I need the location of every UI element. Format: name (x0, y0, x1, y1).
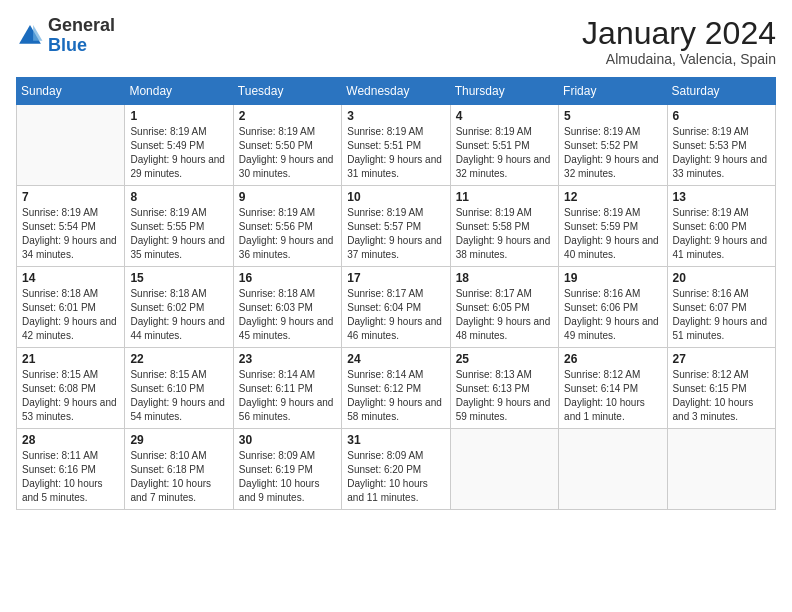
day-info: Sunrise: 8:19 AMSunset: 5:53 PMDaylight:… (673, 125, 770, 181)
day-info: Sunrise: 8:12 AMSunset: 6:15 PMDaylight:… (673, 368, 770, 424)
calendar-week-3: 14Sunrise: 8:18 AMSunset: 6:01 PMDayligh… (17, 267, 776, 348)
day-info: Sunrise: 8:19 AMSunset: 5:59 PMDaylight:… (564, 206, 661, 262)
calendar-cell: 19Sunrise: 8:16 AMSunset: 6:06 PMDayligh… (559, 267, 667, 348)
day-info: Sunrise: 8:19 AMSunset: 5:51 PMDaylight:… (347, 125, 444, 181)
calendar-cell (559, 429, 667, 510)
day-info: Sunrise: 8:19 AMSunset: 5:49 PMDaylight:… (130, 125, 227, 181)
day-number: 3 (347, 109, 444, 123)
header-sunday: Sunday (17, 78, 125, 105)
calendar-cell: 28Sunrise: 8:11 AMSunset: 6:16 PMDayligh… (17, 429, 125, 510)
header-monday: Monday (125, 78, 233, 105)
day-info: Sunrise: 8:19 AMSunset: 5:51 PMDaylight:… (456, 125, 553, 181)
day-number: 27 (673, 352, 770, 366)
day-number: 31 (347, 433, 444, 447)
calendar-cell: 12Sunrise: 8:19 AMSunset: 5:59 PMDayligh… (559, 186, 667, 267)
page-header: General Blue January 2024 Almudaina, Val… (16, 16, 776, 67)
day-number: 9 (239, 190, 336, 204)
day-info: Sunrise: 8:19 AMSunset: 5:58 PMDaylight:… (456, 206, 553, 262)
day-info: Sunrise: 8:19 AMSunset: 5:56 PMDaylight:… (239, 206, 336, 262)
day-info: Sunrise: 8:19 AMSunset: 5:54 PMDaylight:… (22, 206, 119, 262)
header-friday: Friday (559, 78, 667, 105)
logo-general: General (48, 15, 115, 35)
calendar-cell: 21Sunrise: 8:15 AMSunset: 6:08 PMDayligh… (17, 348, 125, 429)
day-info: Sunrise: 8:19 AMSunset: 5:55 PMDaylight:… (130, 206, 227, 262)
day-number: 24 (347, 352, 444, 366)
day-number: 19 (564, 271, 661, 285)
day-info: Sunrise: 8:17 AMSunset: 6:04 PMDaylight:… (347, 287, 444, 343)
day-info: Sunrise: 8:18 AMSunset: 6:02 PMDaylight:… (130, 287, 227, 343)
day-info: Sunrise: 8:19 AMSunset: 5:57 PMDaylight:… (347, 206, 444, 262)
day-info: Sunrise: 8:16 AMSunset: 6:07 PMDaylight:… (673, 287, 770, 343)
calendar-header-row: SundayMondayTuesdayWednesdayThursdayFrid… (17, 78, 776, 105)
day-info: Sunrise: 8:09 AMSunset: 6:19 PMDaylight:… (239, 449, 336, 505)
logo-text: General Blue (48, 16, 115, 56)
day-info: Sunrise: 8:16 AMSunset: 6:06 PMDaylight:… (564, 287, 661, 343)
calendar-cell: 22Sunrise: 8:15 AMSunset: 6:10 PMDayligh… (125, 348, 233, 429)
title-block: January 2024 Almudaina, Valencia, Spain (582, 16, 776, 67)
day-info: Sunrise: 8:09 AMSunset: 6:20 PMDaylight:… (347, 449, 444, 505)
day-info: Sunrise: 8:17 AMSunset: 6:05 PMDaylight:… (456, 287, 553, 343)
calendar-cell: 30Sunrise: 8:09 AMSunset: 6:19 PMDayligh… (233, 429, 341, 510)
calendar-cell: 29Sunrise: 8:10 AMSunset: 6:18 PMDayligh… (125, 429, 233, 510)
day-info: Sunrise: 8:19 AMSunset: 5:52 PMDaylight:… (564, 125, 661, 181)
day-number: 14 (22, 271, 119, 285)
day-info: Sunrise: 8:12 AMSunset: 6:14 PMDaylight:… (564, 368, 661, 424)
calendar-cell: 10Sunrise: 8:19 AMSunset: 5:57 PMDayligh… (342, 186, 450, 267)
day-number: 13 (673, 190, 770, 204)
calendar-week-1: 1Sunrise: 8:19 AMSunset: 5:49 PMDaylight… (17, 105, 776, 186)
calendar-cell: 31Sunrise: 8:09 AMSunset: 6:20 PMDayligh… (342, 429, 450, 510)
header-saturday: Saturday (667, 78, 775, 105)
calendar-cell: 23Sunrise: 8:14 AMSunset: 6:11 PMDayligh… (233, 348, 341, 429)
day-number: 10 (347, 190, 444, 204)
calendar-cell (450, 429, 558, 510)
day-info: Sunrise: 8:19 AMSunset: 6:00 PMDaylight:… (673, 206, 770, 262)
calendar-cell: 14Sunrise: 8:18 AMSunset: 6:01 PMDayligh… (17, 267, 125, 348)
calendar-cell: 7Sunrise: 8:19 AMSunset: 5:54 PMDaylight… (17, 186, 125, 267)
calendar-cell: 13Sunrise: 8:19 AMSunset: 6:00 PMDayligh… (667, 186, 775, 267)
calendar-cell: 24Sunrise: 8:14 AMSunset: 6:12 PMDayligh… (342, 348, 450, 429)
calendar-week-4: 21Sunrise: 8:15 AMSunset: 6:08 PMDayligh… (17, 348, 776, 429)
day-number: 16 (239, 271, 336, 285)
location-subtitle: Almudaina, Valencia, Spain (582, 51, 776, 67)
calendar-week-5: 28Sunrise: 8:11 AMSunset: 6:16 PMDayligh… (17, 429, 776, 510)
calendar-cell: 6Sunrise: 8:19 AMSunset: 5:53 PMDaylight… (667, 105, 775, 186)
header-wednesday: Wednesday (342, 78, 450, 105)
day-number: 28 (22, 433, 119, 447)
calendar-cell: 2Sunrise: 8:19 AMSunset: 5:50 PMDaylight… (233, 105, 341, 186)
calendar-table: SundayMondayTuesdayWednesdayThursdayFrid… (16, 77, 776, 510)
day-info: Sunrise: 8:10 AMSunset: 6:18 PMDaylight:… (130, 449, 227, 505)
logo: General Blue (16, 16, 115, 56)
header-thursday: Thursday (450, 78, 558, 105)
day-number: 15 (130, 271, 227, 285)
day-info: Sunrise: 8:11 AMSunset: 6:16 PMDaylight:… (22, 449, 119, 505)
calendar-cell: 16Sunrise: 8:18 AMSunset: 6:03 PMDayligh… (233, 267, 341, 348)
day-number: 29 (130, 433, 227, 447)
calendar-cell: 25Sunrise: 8:13 AMSunset: 6:13 PMDayligh… (450, 348, 558, 429)
calendar-cell: 3Sunrise: 8:19 AMSunset: 5:51 PMDaylight… (342, 105, 450, 186)
calendar-cell: 17Sunrise: 8:17 AMSunset: 6:04 PMDayligh… (342, 267, 450, 348)
calendar-cell: 18Sunrise: 8:17 AMSunset: 6:05 PMDayligh… (450, 267, 558, 348)
day-number: 5 (564, 109, 661, 123)
day-number: 30 (239, 433, 336, 447)
day-number: 2 (239, 109, 336, 123)
day-info: Sunrise: 8:18 AMSunset: 6:03 PMDaylight:… (239, 287, 336, 343)
calendar-cell: 9Sunrise: 8:19 AMSunset: 5:56 PMDaylight… (233, 186, 341, 267)
day-number: 8 (130, 190, 227, 204)
day-number: 18 (456, 271, 553, 285)
day-number: 20 (673, 271, 770, 285)
day-info: Sunrise: 8:19 AMSunset: 5:50 PMDaylight:… (239, 125, 336, 181)
header-tuesday: Tuesday (233, 78, 341, 105)
day-number: 4 (456, 109, 553, 123)
day-info: Sunrise: 8:13 AMSunset: 6:13 PMDaylight:… (456, 368, 553, 424)
calendar-cell: 1Sunrise: 8:19 AMSunset: 5:49 PMDaylight… (125, 105, 233, 186)
day-number: 21 (22, 352, 119, 366)
calendar-cell (17, 105, 125, 186)
day-number: 11 (456, 190, 553, 204)
day-number: 1 (130, 109, 227, 123)
day-number: 6 (673, 109, 770, 123)
day-info: Sunrise: 8:15 AMSunset: 6:08 PMDaylight:… (22, 368, 119, 424)
calendar-cell: 5Sunrise: 8:19 AMSunset: 5:52 PMDaylight… (559, 105, 667, 186)
month-title: January 2024 (582, 16, 776, 51)
day-number: 22 (130, 352, 227, 366)
calendar-cell: 15Sunrise: 8:18 AMSunset: 6:02 PMDayligh… (125, 267, 233, 348)
